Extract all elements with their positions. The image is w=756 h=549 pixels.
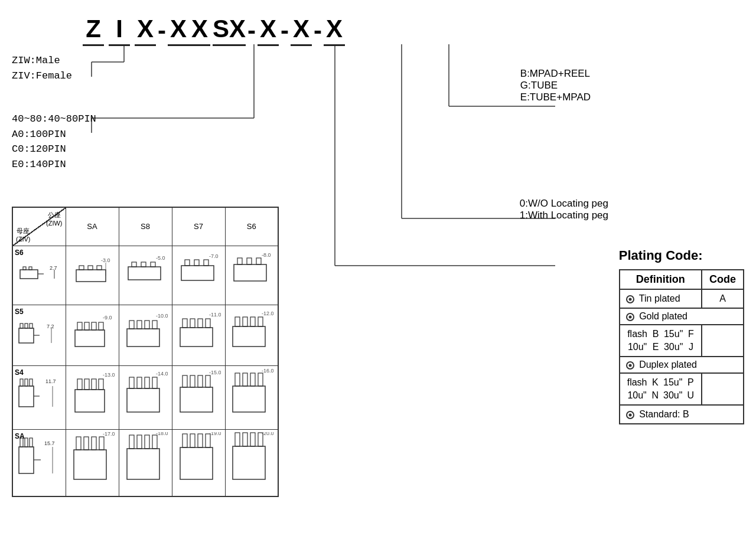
duplex-15u-label: 15u" [661, 376, 685, 389]
svg-rect-48 [84, 322, 89, 330]
pn-i: I [109, 15, 130, 46]
svg-text:-5.0: -5.0 [156, 255, 165, 261]
gold-b-code: B [650, 328, 661, 341]
locating-line1: 0:W/O Locating peg [520, 198, 608, 210]
pin-count-group: 40~80:40~80PIN A0:100PIN C0:120PIN E0:14… [12, 112, 96, 172]
svg-rect-83 [127, 388, 159, 412]
svg-rect-93 [206, 375, 210, 387]
svg-text:11.7: 11.7 [45, 378, 56, 384]
corner-top-label: 公座(ZIW) [46, 211, 62, 227]
svg-rect-90 [183, 375, 187, 387]
col-header-sa: SA [66, 207, 119, 246]
svg-rect-101 [19, 447, 34, 473]
svg-rect-99 [258, 373, 263, 386]
pn-xx2: X [189, 15, 210, 46]
svg-text:-3.0: -3.0 [101, 257, 110, 263]
plating-section: Plating Code: Definition Code Tin plated… [619, 248, 744, 424]
svg-rect-80 [92, 379, 96, 390]
svg-rect-108 [74, 450, 106, 479]
pn-x3: X [291, 15, 312, 46]
svg-rect-40 [20, 323, 23, 328]
standard-label: Standard: B [639, 409, 689, 419]
svg-rect-127 [235, 433, 240, 446]
packaging-line3: E:TUBE+MPAD [520, 92, 591, 103]
svg-rect-67 [250, 317, 255, 326]
pn-x1: X [135, 15, 156, 46]
packaging-line2: G:TUBE [520, 80, 591, 92]
connector-diagram: 公座(ZIW) 母座(ZIV) SA S8 S7 S6 S6 [12, 207, 279, 497]
cell-s4-s7: -15.0 [172, 365, 225, 429]
svg-rect-60 [190, 319, 195, 328]
cell-s4-s6: -16.0 [225, 365, 278, 429]
svg-rect-58 [180, 328, 213, 347]
svg-rect-98 [250, 373, 255, 386]
plating-table: Definition Code Tin plated A Gold plated… [619, 269, 744, 424]
cell-sa-s8: -18.0 [119, 429, 172, 496]
svg-rect-59 [183, 319, 187, 328]
pn-x4: X [324, 15, 345, 46]
row-s6: S6 2.7 [12, 246, 278, 305]
row-label-s4: S4 11.7 [12, 365, 66, 429]
plating-header-definition: Definition [620, 270, 702, 289]
pin-line4: E0:140PIN [12, 157, 96, 172]
svg-rect-24 [128, 267, 161, 280]
duplex-10u-label: 10u" [625, 389, 650, 402]
duplex-p-code: P [685, 376, 696, 389]
svg-rect-30 [185, 260, 190, 266]
svg-rect-72 [25, 379, 28, 386]
svg-rect-41 [25, 323, 28, 328]
gold-label: Gold plated [639, 311, 687, 321]
svg-rect-118 [152, 435, 157, 449]
duplex-code-cell [702, 373, 744, 405]
cell-s5-s6: -12.0 [225, 305, 278, 365]
cell-s5-s7: -11.0 [172, 305, 225, 365]
svg-rect-61 [198, 319, 203, 328]
row-label-s6: S6 2.7 [12, 246, 66, 305]
svg-rect-37 [256, 258, 261, 264]
packaging-annotation: B:MPAD+REEL G:TUBE E:TUBE+MPAD [520, 68, 591, 103]
female-label: ZIV:Female [12, 68, 96, 84]
svg-text:-12.0: -12.0 [262, 311, 273, 316]
svg-rect-55 [145, 321, 149, 329]
svg-text:-20.0: -20.0 [262, 432, 273, 436]
duplex-n-code: N [650, 389, 662, 402]
svg-rect-123 [198, 434, 203, 447]
cell-sa-sa: -17.0 [66, 429, 119, 496]
svg-rect-87 [152, 377, 157, 388]
svg-rect-126 [233, 446, 265, 479]
svg-rect-86 [145, 377, 149, 388]
gold-code-cell [702, 325, 744, 357]
cell-s5-sa: -9.0 [66, 305, 119, 365]
svg-text:7.2: 7.2 [47, 323, 54, 329]
duplex-k-code: K [650, 376, 662, 389]
col-header-s7: S7 [172, 207, 225, 246]
gold-j-code: J [686, 341, 696, 354]
pn-dash2: - [246, 17, 258, 46]
gold-flash-label: flash [625, 328, 650, 341]
tin-bullet [626, 295, 634, 303]
pin-line2: A0:100PIN [12, 127, 96, 142]
cell-s6-s7: -7.0 [172, 246, 225, 305]
svg-rect-20 [88, 266, 93, 270]
svg-rect-66 [243, 317, 247, 326]
svg-text:2.7: 2.7 [50, 265, 57, 271]
svg-rect-117 [145, 435, 149, 449]
cell-s4-s8: -14.0 [119, 365, 172, 429]
packaging-line1: B:MPAD+REEL [520, 68, 591, 80]
row-sa: SA 15.7 [12, 429, 278, 496]
svg-text:-13.0: -13.0 [103, 372, 115, 378]
svg-text:-11.0: -11.0 [209, 312, 221, 318]
svg-rect-114 [127, 449, 159, 479]
cell-s6-sa: -3.0 [66, 246, 119, 305]
pn-dash3: - [279, 17, 291, 46]
svg-rect-46 [75, 330, 105, 347]
svg-text:-19.0: -19.0 [209, 432, 221, 436]
svg-rect-29 [181, 266, 214, 280]
svg-text:-14.0: -14.0 [156, 371, 168, 377]
tin-code: A [702, 289, 744, 308]
cell-s4-sa: -13.0 [66, 365, 119, 429]
locating-annotation: 0:W/O Locating peg 1:With Locating peg [520, 198, 608, 221]
svg-rect-56 [152, 321, 157, 329]
svg-rect-21 [97, 266, 102, 270]
svg-rect-122 [190, 434, 195, 447]
